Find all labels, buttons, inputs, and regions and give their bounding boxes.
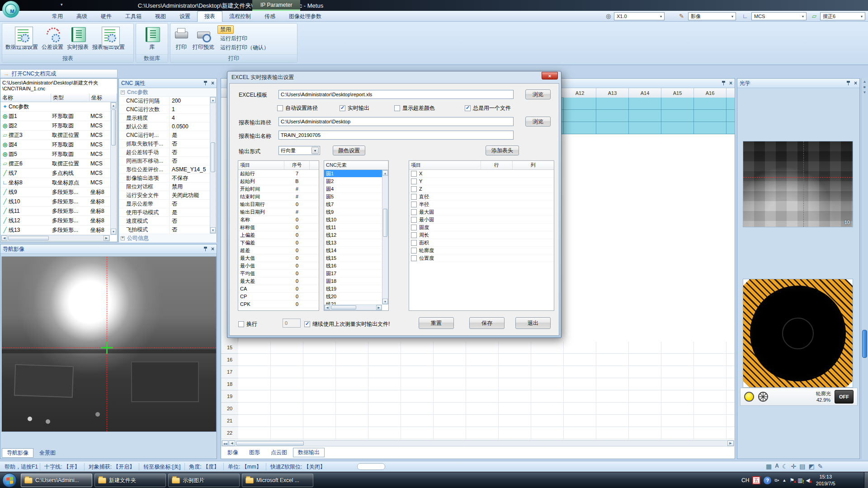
- print-mode-option[interactable]: 运行后打印: [217, 34, 250, 43]
- report-item-sequence[interactable]: 0: [284, 248, 310, 253]
- report-item-row[interactable]: 起始列 B: [238, 178, 319, 185]
- field-checkbox[interactable]: [411, 217, 417, 223]
- browse-template-button[interactable]: 浏览: [525, 89, 551, 99]
- tab-ip-parameter[interactable]: IP Parameter: [252, 0, 300, 11]
- tree-row[interactable]: 坐标8 取坐标原点 MCS: [0, 178, 117, 188]
- scrollbar-thumb[interactable]: [8, 236, 49, 240]
- scrollbar-thumb[interactable]: [111, 109, 116, 145]
- property-row[interactable]: 同画面不移动... 否: [119, 157, 217, 165]
- report-item-row[interactable]: 上偏差 0: [238, 231, 319, 239]
- row-column-header[interactable]: 行: [481, 161, 513, 169]
- property-row[interactable]: 飞拍模式 否: [119, 225, 217, 234]
- wrap-count-input[interactable]: 0: [283, 319, 301, 328]
- alignment-select[interactable]: 摆正6: [820, 12, 865, 20]
- save-button[interactable]: 保存: [469, 317, 505, 329]
- report-item-sequence[interactable]: #: [284, 209, 310, 215]
- report-item-row[interactable]: 超差 0: [238, 247, 319, 254]
- scroll-up-icon[interactable]: ▲: [210, 97, 216, 103]
- statusbar-toggle[interactable]: 转至极坐标:[关]: [139, 463, 184, 470]
- pin-icon[interactable]: [203, 81, 208, 85]
- report-item-row[interactable]: 最大值 0: [238, 254, 319, 262]
- property-row[interactable]: 显示公差带 否: [119, 200, 217, 208]
- template-path-input[interactable]: C:\Users\Administrator\Desktop\report.xl…: [278, 90, 514, 99]
- statusbar-toggle[interactable]: 十字线: 【开】: [40, 463, 84, 470]
- grid-row-number[interactable]: 18: [221, 378, 238, 390]
- continue-checkbox[interactable]: [304, 321, 310, 327]
- report-item-row[interactable]: 平均值 0: [238, 270, 319, 277]
- grid-cell-area[interactable]: [238, 342, 735, 440]
- pin-icon[interactable]: [722, 81, 726, 85]
- tree-row[interactable]: 线11 多段矩形... 坐标8: [0, 206, 117, 216]
- grid-column-header[interactable]: A: [726, 88, 735, 98]
- output-form-select[interactable]: 行向量: [278, 146, 320, 155]
- restore-window-icon[interactable]: ⧉▾: [774, 478, 779, 483]
- strip-handle-icon[interactable]: ■: [861, 84, 868, 89]
- tree-row[interactable]: 圆2 环形取圆 MCS: [0, 121, 117, 131]
- grid-column-header[interactable]: A15: [661, 88, 694, 98]
- output-field-row[interactable]: Y: [409, 178, 554, 185]
- report-item-sequence[interactable]: 0: [284, 217, 310, 222]
- exit-button[interactable]: 退出: [515, 317, 551, 329]
- grid-row-number[interactable]: 19: [221, 390, 238, 403]
- cnc-element-item[interactable]: 圆17: [324, 270, 382, 277]
- scroll-left-icon[interactable]: ◀: [1, 235, 7, 241]
- report-item-row[interactable]: 最大差 0: [238, 277, 319, 285]
- print-mode-option[interactable]: 运行后打印（确认）: [217, 43, 272, 52]
- tree-row[interactable]: 线9 多段矩形... 坐标8: [0, 188, 117, 197]
- collapse-icon[interactable]: [121, 90, 125, 94]
- tree-row[interactable]: 线12 多段矩形... 坐标8: [0, 216, 117, 225]
- output-field-row[interactable]: 直径: [409, 193, 554, 201]
- browse-output-path-button[interactable]: 浏览: [525, 117, 551, 127]
- grid-column-header[interactable]: A13: [596, 88, 629, 98]
- grid-row-number[interactable]: 20: [221, 403, 238, 415]
- taskbar-clock[interactable]: 15:13 2019/7/5: [813, 474, 838, 487]
- dialog-close-button[interactable]: ×: [542, 72, 558, 80]
- col-column-header[interactable]: 列: [513, 161, 554, 169]
- ribbon-tab[interactable]: 常用: [45, 11, 70, 22]
- grid-row-number[interactable]: 16: [221, 354, 238, 366]
- option-auto-path[interactable]: 自动设置路径: [277, 104, 318, 112]
- light-indicator-icon[interactable]: [744, 392, 754, 402]
- pin-icon[interactable]: [203, 247, 208, 251]
- report-item-sequence[interactable]: #: [284, 186, 310, 192]
- cnc-element-item[interactable]: 圆2: [324, 178, 382, 185]
- cnc-element-item[interactable]: 线7: [324, 201, 382, 208]
- statusbar-toggle[interactable]: 单位: 【mm】: [223, 463, 266, 470]
- cnc-element-item[interactable]: 线20: [324, 293, 382, 300]
- report-item-row[interactable]: 下偏差 0: [238, 239, 319, 247]
- image-select[interactable]: 影像: [688, 12, 736, 20]
- wrap-option[interactable]: 换行: [238, 320, 257, 328]
- field-checkbox[interactable]: [411, 178, 417, 184]
- ribbon-tab[interactable]: 流程控制: [222, 11, 258, 22]
- report-item-sequence[interactable]: 0: [284, 301, 310, 307]
- cnc-element-item[interactable]: 线16: [324, 262, 382, 270]
- ribbon-button[interactable]: 公差设置: [40, 25, 65, 51]
- cnc-element-item[interactable]: 线13: [324, 239, 382, 247]
- property-row[interactable]: CNC运行次数 1: [119, 105, 217, 114]
- taskbar-button[interactable]: 新建文件夹: [94, 474, 166, 487]
- split-tool-icon[interactable]: ◩: [808, 463, 814, 470]
- quick-access-caret-icon[interactable]: ▾: [61, 2, 63, 7]
- tree-column-name[interactable]: 名称: [0, 94, 51, 102]
- property-row[interactable]: 运行安全文件 关闭此功能: [119, 191, 217, 200]
- statusbar-toggle[interactable]: 快速Z软限位: 【关闭】: [266, 463, 330, 470]
- report-item-sequence[interactable]: 0: [284, 263, 310, 268]
- output-field-row[interactable]: X: [409, 170, 554, 178]
- ribbon-button[interactable]: 实时报表: [65, 25, 90, 51]
- output-field-row[interactable]: 周长: [409, 231, 554, 239]
- field-checkbox[interactable]: [411, 171, 417, 177]
- light-wheel-icon[interactable]: [758, 391, 769, 402]
- cnc-element-item[interactable]: 圆5: [324, 193, 382, 201]
- ribbon-button[interactable]: 打印预览: [191, 25, 216, 52]
- tolerance-color-checkbox[interactable]: [394, 105, 400, 111]
- property-row[interactable]: 影像输出选项 不保存: [119, 174, 217, 183]
- scrollbar-thumb[interactable]: [236, 441, 304, 446]
- panel-tool-icon[interactable]: ▤: [799, 463, 805, 470]
- light-off-button[interactable]: OFF: [835, 390, 854, 404]
- statusbar-toggle[interactable]: 角度: 【度】: [184, 463, 223, 470]
- scroll-left-icon[interactable]: ◀: [325, 305, 330, 310]
- report-item-sequence[interactable]: 0: [284, 294, 310, 299]
- ribbon-tab[interactable]: 图像处理参数: [282, 11, 328, 22]
- add-header-button[interactable]: 添加表头: [486, 145, 519, 155]
- lens-camera-view[interactable]: [743, 279, 853, 388]
